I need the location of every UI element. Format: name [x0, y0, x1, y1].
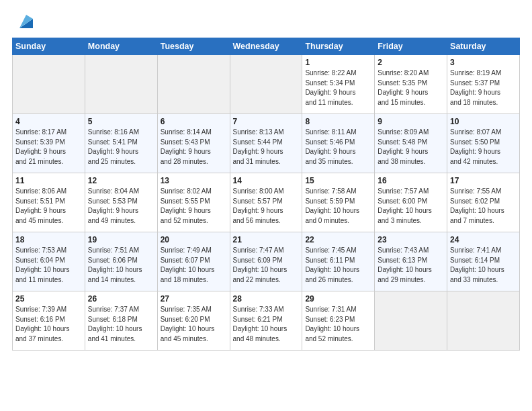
col-header-monday: Monday: [85, 38, 157, 55]
day-number: 11: [15, 176, 82, 185]
day-cell: 24Sunrise: 7:41 AM Sunset: 6:14 PM Dayli…: [447, 232, 520, 291]
day-info: Sunrise: 8:04 AM Sunset: 5:53 PM Dayligh…: [88, 187, 154, 226]
col-header-saturday: Saturday: [447, 38, 520, 55]
day-info: Sunrise: 7:35 AM Sunset: 6:20 PM Dayligh…: [161, 305, 227, 344]
day-number: 20: [161, 235, 227, 244]
day-info: Sunrise: 8:20 AM Sunset: 5:35 PM Dayligh…: [378, 68, 444, 107]
day-number: 28: [233, 294, 300, 304]
day-cell: [375, 291, 447, 351]
day-number: 29: [305, 294, 371, 304]
day-cell: 1Sunrise: 8:22 AM Sunset: 5:34 PM Daylig…: [302, 55, 375, 114]
week-row-3: 11Sunrise: 8:06 AM Sunset: 5:51 PM Dayli…: [13, 173, 520, 232]
day-info: Sunrise: 8:17 AM Sunset: 5:39 PM Dayligh…: [15, 128, 82, 167]
week-row-4: 18Sunrise: 7:53 AM Sunset: 6:04 PM Dayli…: [13, 232, 520, 291]
day-info: Sunrise: 7:33 AM Sunset: 6:21 PM Dayligh…: [233, 305, 300, 344]
day-number: 12: [88, 176, 154, 185]
day-number: 21: [233, 235, 300, 244]
day-cell: 7Sunrise: 8:13 AM Sunset: 5:44 PM Daylig…: [230, 114, 302, 173]
day-cell: 20Sunrise: 7:49 AM Sunset: 6:07 PM Dayli…: [157, 232, 230, 291]
day-number: 3: [450, 58, 517, 67]
day-number: 17: [450, 176, 517, 185]
day-cell: 22Sunrise: 7:45 AM Sunset: 6:11 PM Dayli…: [302, 232, 375, 291]
day-cell: 17Sunrise: 7:55 AM Sunset: 6:02 PM Dayli…: [447, 173, 520, 232]
day-cell: 14Sunrise: 8:00 AM Sunset: 5:57 PM Dayli…: [230, 173, 302, 232]
week-row-5: 25Sunrise: 7:39 AM Sunset: 6:16 PM Dayli…: [13, 291, 520, 351]
day-cell: 27Sunrise: 7:35 AM Sunset: 6:20 PM Dayli…: [157, 291, 230, 351]
day-number: 22: [305, 235, 371, 244]
day-cell: 5Sunrise: 8:16 AM Sunset: 5:41 PM Daylig…: [85, 114, 157, 173]
day-info: Sunrise: 7:58 AM Sunset: 5:59 PM Dayligh…: [305, 187, 371, 226]
col-header-thursday: Thursday: [302, 38, 375, 55]
day-cell: [157, 55, 230, 114]
day-info: Sunrise: 8:13 AM Sunset: 5:44 PM Dayligh…: [233, 128, 300, 167]
day-cell: 29Sunrise: 7:31 AM Sunset: 6:23 PM Dayli…: [302, 291, 375, 351]
day-cell: [85, 55, 157, 114]
day-cell: 28Sunrise: 7:33 AM Sunset: 6:21 PM Dayli…: [230, 291, 302, 351]
day-cell: 18Sunrise: 7:53 AM Sunset: 6:04 PM Dayli…: [13, 232, 85, 291]
day-cell: 3Sunrise: 8:19 AM Sunset: 5:37 PM Daylig…: [447, 55, 520, 114]
day-cell: 10Sunrise: 8:07 AM Sunset: 5:50 PM Dayli…: [447, 114, 520, 173]
day-info: Sunrise: 8:14 AM Sunset: 5:43 PM Dayligh…: [161, 128, 227, 167]
col-header-sunday: Sunday: [13, 38, 85, 55]
day-cell: 19Sunrise: 7:51 AM Sunset: 6:06 PM Dayli…: [85, 232, 157, 291]
header: [12, 12, 520, 31]
day-cell: [13, 55, 85, 114]
day-info: Sunrise: 7:57 AM Sunset: 6:00 PM Dayligh…: [378, 187, 444, 226]
day-info: Sunrise: 8:22 AM Sunset: 5:34 PM Dayligh…: [305, 68, 371, 107]
day-info: Sunrise: 7:49 AM Sunset: 6:07 PM Dayligh…: [161, 246, 227, 285]
day-info: Sunrise: 7:47 AM Sunset: 6:09 PM Dayligh…: [233, 246, 300, 285]
day-info: Sunrise: 7:45 AM Sunset: 6:11 PM Dayligh…: [305, 246, 371, 285]
day-cell: [447, 291, 520, 351]
col-header-tuesday: Tuesday: [157, 38, 230, 55]
day-info: Sunrise: 7:55 AM Sunset: 6:02 PM Dayligh…: [450, 187, 517, 226]
day-number: 14: [233, 176, 300, 185]
day-number: 15: [305, 176, 371, 185]
day-number: 4: [15, 117, 82, 126]
day-info: Sunrise: 8:06 AM Sunset: 5:51 PM Dayligh…: [15, 187, 82, 226]
calendar-table: SundayMondayTuesdayWednesdayThursdayFrid…: [12, 38, 520, 351]
day-cell: 21Sunrise: 7:47 AM Sunset: 6:09 PM Dayli…: [230, 232, 302, 291]
day-number: 10: [450, 117, 517, 126]
week-row-1: 1Sunrise: 8:22 AM Sunset: 5:34 PM Daylig…: [13, 55, 520, 114]
page: SundayMondayTuesdayWednesdayThursdayFrid…: [0, 0, 532, 357]
day-cell: 16Sunrise: 7:57 AM Sunset: 6:00 PM Dayli…: [375, 173, 447, 232]
day-info: Sunrise: 7:31 AM Sunset: 6:23 PM Dayligh…: [305, 305, 371, 344]
day-number: 13: [161, 176, 227, 185]
day-info: Sunrise: 7:53 AM Sunset: 6:04 PM Dayligh…: [15, 246, 82, 285]
day-info: Sunrise: 8:19 AM Sunset: 5:37 PM Dayligh…: [450, 68, 517, 107]
day-number: 16: [378, 176, 444, 185]
day-cell: 15Sunrise: 7:58 AM Sunset: 5:59 PM Dayli…: [302, 173, 375, 232]
day-number: 7: [233, 117, 300, 126]
day-number: 9: [378, 117, 444, 126]
day-number: 18: [15, 235, 82, 244]
day-info: Sunrise: 7:51 AM Sunset: 6:06 PM Dayligh…: [88, 246, 154, 285]
day-cell: [230, 55, 302, 114]
day-info: Sunrise: 8:09 AM Sunset: 5:48 PM Dayligh…: [378, 128, 444, 167]
day-info: Sunrise: 7:37 AM Sunset: 6:18 PM Dayligh…: [88, 305, 154, 344]
day-number: 25: [15, 294, 82, 304]
day-number: 24: [450, 235, 517, 244]
col-header-friday: Friday: [375, 38, 447, 55]
day-number: 6: [161, 117, 227, 126]
day-cell: 13Sunrise: 8:02 AM Sunset: 5:55 PM Dayli…: [157, 173, 230, 232]
day-number: 8: [305, 117, 371, 126]
day-info: Sunrise: 8:02 AM Sunset: 5:55 PM Dayligh…: [161, 187, 227, 226]
day-info: Sunrise: 8:11 AM Sunset: 5:46 PM Dayligh…: [305, 128, 371, 167]
day-cell: 2Sunrise: 8:20 AM Sunset: 5:35 PM Daylig…: [375, 55, 447, 114]
day-info: Sunrise: 8:16 AM Sunset: 5:41 PM Dayligh…: [88, 128, 154, 167]
logo-icon: [14, 9, 36, 31]
day-number: 5: [88, 117, 154, 126]
day-number: 19: [88, 235, 154, 244]
day-number: 27: [161, 294, 227, 304]
day-cell: 8Sunrise: 8:11 AM Sunset: 5:46 PM Daylig…: [302, 114, 375, 173]
day-cell: 6Sunrise: 8:14 AM Sunset: 5:43 PM Daylig…: [157, 114, 230, 173]
day-info: Sunrise: 8:07 AM Sunset: 5:50 PM Dayligh…: [450, 128, 517, 167]
day-info: Sunrise: 8:00 AM Sunset: 5:57 PM Dayligh…: [233, 187, 300, 226]
day-info: Sunrise: 7:39 AM Sunset: 6:16 PM Dayligh…: [15, 305, 82, 344]
day-cell: 26Sunrise: 7:37 AM Sunset: 6:18 PM Dayli…: [85, 291, 157, 351]
week-row-2: 4Sunrise: 8:17 AM Sunset: 5:39 PM Daylig…: [13, 114, 520, 173]
day-number: 2: [378, 58, 444, 67]
day-cell: 12Sunrise: 8:04 AM Sunset: 5:53 PM Dayli…: [85, 173, 157, 232]
day-info: Sunrise: 7:41 AM Sunset: 6:14 PM Dayligh…: [450, 246, 517, 285]
header-row: SundayMondayTuesdayWednesdayThursdayFrid…: [13, 38, 520, 55]
